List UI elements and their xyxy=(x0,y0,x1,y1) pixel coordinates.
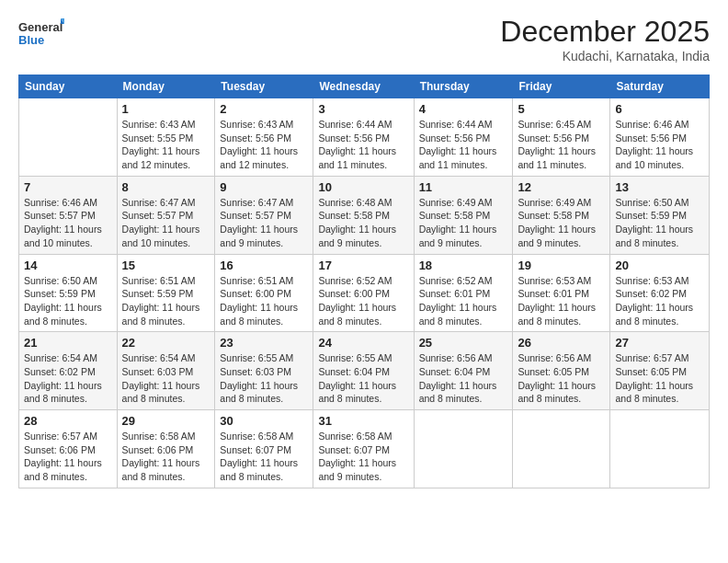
day-number: 29 xyxy=(122,414,210,428)
day-info: Sunrise: 6:55 AMSunset: 6:03 PMDaylight:… xyxy=(220,351,308,406)
day-info: Sunrise: 6:56 AMSunset: 6:04 PMDaylight:… xyxy=(419,351,508,406)
calendar-cell: 18 Sunrise: 6:52 AMSunset: 6:01 PMDaylig… xyxy=(414,254,513,332)
day-info: Sunrise: 6:46 AMSunset: 5:56 PMDaylight:… xyxy=(615,118,704,172)
day-number: 4 xyxy=(419,102,508,116)
day-info: Sunrise: 6:43 AMSunset: 5:56 PMDaylight:… xyxy=(220,118,308,172)
calendar-cell: 13 Sunrise: 6:50 AMSunset: 5:59 PMDaylig… xyxy=(610,176,710,254)
calendar-cell: 27 Sunrise: 6:57 AMSunset: 6:05 PMDaylig… xyxy=(610,332,710,410)
calendar-cell: 29 Sunrise: 6:58 AMSunset: 6:06 PMDaylig… xyxy=(117,410,215,488)
calendar-cell: 23 Sunrise: 6:55 AMSunset: 6:03 PMDaylig… xyxy=(215,332,313,410)
calendar-cell xyxy=(610,410,710,488)
calendar-cell: 21 Sunrise: 6:54 AMSunset: 6:02 PMDaylig… xyxy=(19,332,118,410)
day-info: Sunrise: 6:52 AMSunset: 6:00 PMDaylight:… xyxy=(318,274,408,328)
day-info: Sunrise: 6:54 AMSunset: 6:03 PMDaylight:… xyxy=(122,351,210,406)
calendar-cell: 19 Sunrise: 6:53 AMSunset: 6:01 PMDaylig… xyxy=(513,254,610,332)
calendar-week-1: 1 Sunrise: 6:43 AMSunset: 5:55 PMDayligh… xyxy=(19,98,710,177)
day-number: 25 xyxy=(419,336,508,350)
day-info: Sunrise: 6:43 AMSunset: 5:55 PMDaylight:… xyxy=(122,118,210,172)
day-info: Sunrise: 6:51 AMSunset: 5:59 PMDaylight:… xyxy=(122,274,210,328)
svg-text:General: General xyxy=(18,20,63,34)
day-number: 13 xyxy=(615,180,704,194)
day-number: 31 xyxy=(318,414,408,428)
calendar-week-4: 21 Sunrise: 6:54 AMSunset: 6:02 PMDaylig… xyxy=(19,332,710,410)
calendar-cell: 20 Sunrise: 6:53 AMSunset: 6:02 PMDaylig… xyxy=(610,254,710,332)
day-number: 19 xyxy=(518,259,605,272)
location: Kudachi, Karnataka, India xyxy=(500,49,710,63)
day-number: 26 xyxy=(518,336,605,350)
calendar-cell: 2 Sunrise: 6:43 AMSunset: 5:56 PMDayligh… xyxy=(215,98,313,177)
day-number: 5 xyxy=(518,102,605,116)
calendar-cell: 15 Sunrise: 6:51 AMSunset: 5:59 PMDaylig… xyxy=(117,254,215,332)
calendar: Sunday Monday Tuesday Wednesday Thursday… xyxy=(18,75,710,488)
day-number: 7 xyxy=(24,180,112,194)
day-info: Sunrise: 6:50 AMSunset: 5:59 PMDaylight:… xyxy=(615,196,704,250)
logo-svg: General Blue xyxy=(18,15,64,53)
calendar-cell: 14 Sunrise: 6:50 AMSunset: 5:59 PMDaylig… xyxy=(19,254,118,332)
day-info: Sunrise: 6:58 AMSunset: 6:07 PMDaylight:… xyxy=(318,430,408,484)
day-number: 22 xyxy=(122,336,210,350)
header-wednesday: Wednesday xyxy=(313,75,414,98)
logo: General Blue xyxy=(18,15,64,53)
day-info: Sunrise: 6:44 AMSunset: 5:56 PMDaylight:… xyxy=(419,118,508,172)
header-tuesday: Tuesday xyxy=(215,75,313,98)
day-info: Sunrise: 6:46 AMSunset: 5:57 PMDaylight:… xyxy=(24,196,112,250)
day-info: Sunrise: 6:54 AMSunset: 6:02 PMDaylight:… xyxy=(24,351,112,406)
day-number: 17 xyxy=(318,259,408,272)
day-number: 24 xyxy=(318,336,408,350)
day-info: Sunrise: 6:49 AMSunset: 5:58 PMDaylight:… xyxy=(419,196,508,250)
calendar-cell: 11 Sunrise: 6:49 AMSunset: 5:58 PMDaylig… xyxy=(414,176,513,254)
day-number: 15 xyxy=(122,259,210,272)
calendar-cell: 17 Sunrise: 6:52 AMSunset: 6:00 PMDaylig… xyxy=(313,254,414,332)
day-info: Sunrise: 6:53 AMSunset: 6:02 PMDaylight:… xyxy=(615,274,704,328)
day-info: Sunrise: 6:55 AMSunset: 6:04 PMDaylight:… xyxy=(318,351,408,406)
calendar-cell: 30 Sunrise: 6:58 AMSunset: 6:07 PMDaylig… xyxy=(215,410,313,488)
calendar-cell: 1 Sunrise: 6:43 AMSunset: 5:55 PMDayligh… xyxy=(117,98,215,177)
day-number: 9 xyxy=(220,180,308,194)
month-title: December 2025 xyxy=(500,15,710,49)
calendar-cell xyxy=(19,98,118,177)
day-info: Sunrise: 6:58 AMSunset: 6:06 PMDaylight:… xyxy=(122,430,210,484)
page: General Blue December 2025 Kudachi, Karn… xyxy=(0,0,728,563)
day-info: Sunrise: 6:50 AMSunset: 5:59 PMDaylight:… xyxy=(24,274,112,328)
day-info: Sunrise: 6:51 AMSunset: 6:00 PMDaylight:… xyxy=(220,274,308,328)
day-number: 12 xyxy=(518,180,605,194)
day-info: Sunrise: 6:53 AMSunset: 6:01 PMDaylight:… xyxy=(518,274,605,328)
day-info: Sunrise: 6:44 AMSunset: 5:56 PMDaylight:… xyxy=(318,118,408,172)
title-block: December 2025 Kudachi, Karnataka, India xyxy=(500,15,710,63)
day-number: 30 xyxy=(220,414,308,428)
weekday-header-row: Sunday Monday Tuesday Wednesday Thursday… xyxy=(19,75,710,98)
day-info: Sunrise: 6:58 AMSunset: 6:07 PMDaylight:… xyxy=(220,430,308,484)
day-info: Sunrise: 6:47 AMSunset: 5:57 PMDaylight:… xyxy=(122,196,210,250)
calendar-week-5: 28 Sunrise: 6:57 AMSunset: 6:06 PMDaylig… xyxy=(19,410,710,488)
calendar-cell: 7 Sunrise: 6:46 AMSunset: 5:57 PMDayligh… xyxy=(19,176,118,254)
calendar-cell: 25 Sunrise: 6:56 AMSunset: 6:04 PMDaylig… xyxy=(414,332,513,410)
calendar-cell: 26 Sunrise: 6:56 AMSunset: 6:05 PMDaylig… xyxy=(513,332,610,410)
calendar-cell: 8 Sunrise: 6:47 AMSunset: 5:57 PMDayligh… xyxy=(117,176,215,254)
day-number: 8 xyxy=(122,180,210,194)
calendar-cell: 28 Sunrise: 6:57 AMSunset: 6:06 PMDaylig… xyxy=(19,410,118,488)
calendar-cell: 10 Sunrise: 6:48 AMSunset: 5:58 PMDaylig… xyxy=(313,176,414,254)
header-saturday: Saturday xyxy=(610,75,710,98)
calendar-cell: 3 Sunrise: 6:44 AMSunset: 5:56 PMDayligh… xyxy=(313,98,414,177)
day-number: 6 xyxy=(615,102,704,116)
day-number: 14 xyxy=(24,259,112,272)
day-info: Sunrise: 6:45 AMSunset: 5:56 PMDaylight:… xyxy=(518,118,605,172)
calendar-cell: 16 Sunrise: 6:51 AMSunset: 6:00 PMDaylig… xyxy=(215,254,313,332)
day-info: Sunrise: 6:47 AMSunset: 5:57 PMDaylight:… xyxy=(220,196,308,250)
day-info: Sunrise: 6:52 AMSunset: 6:01 PMDaylight:… xyxy=(419,274,508,328)
header-monday: Monday xyxy=(117,75,215,98)
day-number: 11 xyxy=(419,180,508,194)
calendar-cell: 31 Sunrise: 6:58 AMSunset: 6:07 PMDaylig… xyxy=(313,410,414,488)
day-number: 16 xyxy=(220,259,308,272)
day-number: 28 xyxy=(24,414,112,428)
calendar-week-2: 7 Sunrise: 6:46 AMSunset: 5:57 PMDayligh… xyxy=(19,176,710,254)
day-info: Sunrise: 6:49 AMSunset: 5:58 PMDaylight:… xyxy=(518,196,605,250)
calendar-cell xyxy=(513,410,610,488)
day-info: Sunrise: 6:57 AMSunset: 6:06 PMDaylight:… xyxy=(24,430,112,484)
calendar-cell: 9 Sunrise: 6:47 AMSunset: 5:57 PMDayligh… xyxy=(215,176,313,254)
day-number: 2 xyxy=(220,102,308,116)
day-number: 20 xyxy=(615,259,704,272)
svg-text:Blue: Blue xyxy=(18,33,44,47)
day-number: 1 xyxy=(122,102,210,116)
calendar-cell: 4 Sunrise: 6:44 AMSunset: 5:56 PMDayligh… xyxy=(414,98,513,177)
